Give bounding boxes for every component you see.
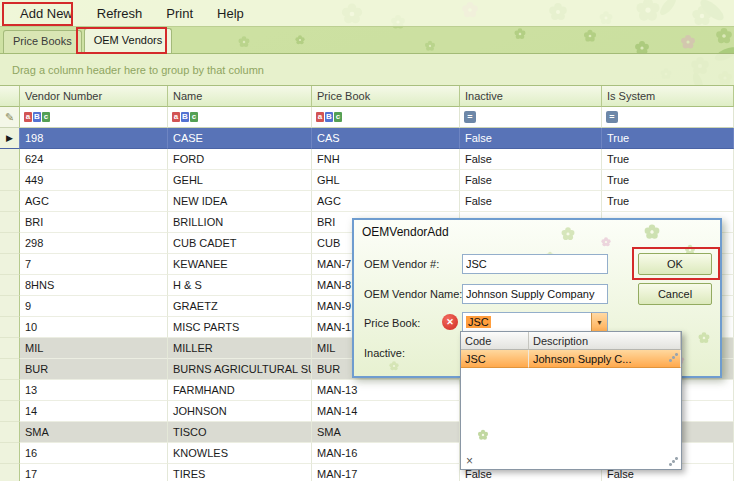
cell-vendor-number[interactable]: 17 <box>20 464 168 481</box>
row-indicator <box>0 170 20 191</box>
cell-vendor-number[interactable]: 8HNS <box>20 275 168 296</box>
group-by-panel[interactable]: Drag a column header here to group by th… <box>0 54 734 86</box>
cell-name[interactable]: BURNS AGRICULTURAL SU... <box>168 359 312 380</box>
cell-is-system[interactable]: True <box>602 170 734 191</box>
cell-vendor-number[interactable]: 13 <box>20 380 168 401</box>
cell-price-book[interactable]: GHL <box>312 170 460 191</box>
cell-name[interactable]: CASE <box>168 128 312 149</box>
cancel-button[interactable]: Cancel <box>638 283 712 305</box>
cell-vendor-number[interactable]: SMA <box>20 422 168 443</box>
filter-cell-inactive[interactable]: = <box>460 107 602 128</box>
row-indicator <box>0 422 20 443</box>
cell-name[interactable]: TISCO <box>168 422 312 443</box>
menu-print[interactable]: Print <box>154 2 205 25</box>
price-book-combo[interactable]: JSC ▼ <box>462 312 608 332</box>
oem-vendor-number-label: OEM Vendor #: <box>364 258 439 270</box>
column-header-inactive[interactable]: Inactive <box>460 86 602 107</box>
filter-cell-vendor-number[interactable]: aBc <box>20 107 168 128</box>
table-row[interactable]: 624FORDFNHFalseTrue <box>0 149 734 170</box>
ok-button[interactable]: OK <box>638 253 712 275</box>
cell-price-book[interactable]: AGC <box>312 191 460 212</box>
menu-help[interactable]: Help <box>205 2 256 25</box>
oem-vendor-number-input[interactable] <box>462 254 608 274</box>
column-header-is-system[interactable]: Is System <box>602 86 734 107</box>
cell-name[interactable]: H & S <box>168 275 312 296</box>
filter-cell-name[interactable]: aBc <box>168 107 312 128</box>
tab-price-books[interactable]: Price Books <box>3 30 82 53</box>
cell-is-system[interactable]: True <box>602 149 734 170</box>
resize-grip-icon[interactable] <box>669 457 678 466</box>
cell-is-system[interactable]: True <box>602 191 734 212</box>
cell-name[interactable]: TIRES <box>168 464 312 481</box>
cell-name[interactable]: BRILLION <box>168 212 312 233</box>
combo-dropdown-button[interactable]: ▼ <box>591 313 607 331</box>
cell-name[interactable]: GRAETZ <box>168 296 312 317</box>
cell-price-book[interactable]: SMA <box>312 422 460 443</box>
inactive-label: Inactive: <box>364 347 405 359</box>
cell-name[interactable]: KEWANEE <box>168 254 312 275</box>
dropdown-row[interactable]: JSCJohnson Supply C... <box>461 350 681 368</box>
cell-price-book[interactable]: MAN-16 <box>312 443 460 464</box>
cell-name[interactable]: GEHL <box>168 170 312 191</box>
dropdown-close-button[interactable]: × <box>466 455 473 467</box>
cell-inactive[interactable]: False <box>460 170 602 191</box>
menu-refresh[interactable]: Refresh <box>85 2 155 25</box>
tab-oem-vendors[interactable]: OEM Vendors <box>84 28 172 53</box>
current-row-arrow-icon: ▶ <box>6 133 13 143</box>
cell-price-book[interactable]: CAS <box>312 128 460 149</box>
cell-vendor-number[interactable]: 624 <box>20 149 168 170</box>
cell-vendor-number[interactable]: 10 <box>20 317 168 338</box>
cell-vendor-number[interactable]: 9 <box>20 296 168 317</box>
filter-cell-is-system[interactable]: = <box>602 107 734 128</box>
cell-inactive[interactable]: False <box>460 128 602 149</box>
cell-vendor-number[interactable]: 198 <box>20 128 168 149</box>
dropdown-cell-code: JSC <box>461 350 529 368</box>
cell-price-book[interactable]: MAN-17 <box>312 464 460 481</box>
cell-name[interactable]: MILLER <box>168 338 312 359</box>
table-row[interactable]: ▶198CASECASFalseTrue <box>0 128 734 149</box>
row-indicator <box>0 317 20 338</box>
cell-inactive[interactable]: False <box>460 191 602 212</box>
equals-filter-icon: = <box>606 111 618 123</box>
cell-is-system[interactable]: True <box>602 128 734 149</box>
column-header-name[interactable]: Name <box>168 86 312 107</box>
cell-name[interactable]: FORD <box>168 149 312 170</box>
cell-vendor-number[interactable]: 14 <box>20 401 168 422</box>
resize-grip-icon[interactable] <box>669 353 678 362</box>
cell-vendor-number[interactable]: BUR <box>20 359 168 380</box>
menu-add-new[interactable]: Add New <box>8 2 85 25</box>
row-indicator <box>0 401 20 422</box>
cell-vendor-number[interactable]: 7 <box>20 254 168 275</box>
cell-price-book[interactable]: MAN-14 <box>312 401 460 422</box>
row-indicator <box>0 212 20 233</box>
cell-vendor-number[interactable]: BRI <box>20 212 168 233</box>
filter-cell-price-book[interactable]: aBc <box>312 107 460 128</box>
cell-name[interactable]: JOHNSON <box>168 401 312 422</box>
cell-vendor-number[interactable]: 298 <box>20 233 168 254</box>
cell-name[interactable]: FARMHAND <box>168 380 312 401</box>
cell-vendor-number[interactable]: AGC <box>20 191 168 212</box>
row-indicator <box>0 233 20 254</box>
cell-vendor-number[interactable]: MIL <box>20 338 168 359</box>
column-header-price-book[interactable]: Price Book <box>312 86 460 107</box>
cell-vendor-number[interactable]: 449 <box>20 170 168 191</box>
table-row[interactable]: 449GEHLGHLFalseTrue <box>0 170 734 191</box>
cell-name[interactable]: CUB CADET <box>168 233 312 254</box>
row-indicator <box>0 443 20 464</box>
dropdown-column-header-description[interactable]: Description <box>529 332 681 350</box>
text-filter-icon: aBc <box>24 112 50 122</box>
cell-name[interactable]: MISC PARTS <box>168 317 312 338</box>
cell-name[interactable]: KNOWLES <box>168 443 312 464</box>
cell-price-book[interactable]: MAN-13 <box>312 380 460 401</box>
oem-vendor-name-input[interactable] <box>462 284 608 304</box>
text-filter-icon: aBc <box>316 112 342 122</box>
cell-name[interactable]: NEW IDEA <box>168 191 312 212</box>
column-header-vendor-number[interactable]: Vendor Number <box>20 86 168 107</box>
cell-price-book[interactable]: FNH <box>312 149 460 170</box>
cell-vendor-number[interactable]: 16 <box>20 443 168 464</box>
dropdown-cell-description: Johnson Supply C... <box>529 350 681 368</box>
table-row[interactable]: AGCNEW IDEAAGCFalseTrue <box>0 191 734 212</box>
dropdown-column-header-code[interactable]: Code <box>461 332 529 350</box>
price-book-dropdown-panel: CodeDescription JSCJohnson Supply C... × <box>460 331 682 470</box>
cell-inactive[interactable]: False <box>460 149 602 170</box>
